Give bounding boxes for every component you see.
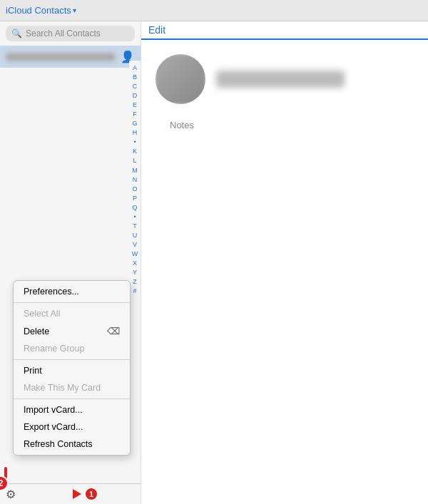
alpha-O[interactable]: O — [132, 185, 137, 194]
contact-name-blurred — [6, 53, 115, 61]
contact-list-item[interactable]: 👤 — [0, 46, 141, 68]
search-icon: 🔍 — [11, 29, 22, 38]
alpha-W[interactable]: W — [132, 250, 138, 259]
menu-item-export-vcard[interactable]: Export vCard... — [14, 418, 130, 436]
alpha-G[interactable]: G — [132, 119, 137, 128]
alpha-T[interactable]: T — [133, 222, 137, 231]
alphabet-index: A B C D E F G H • K L M N O P Q • T U V … — [129, 61, 141, 483]
alpha-H[interactable]: H — [133, 128, 138, 138]
avatar — [156, 54, 205, 104]
alpha-D[interactable]: D — [133, 91, 138, 101]
alpha-X[interactable]: X — [133, 259, 137, 268]
main-layout: 🔍 Search All Contacts 👤 A B C D E F G H … — [0, 21, 428, 504]
alpha-A[interactable]: A — [133, 63, 137, 73]
delete-icon: ⌫ — [107, 326, 120, 336]
gear-icon[interactable]: ⚙ — [6, 488, 16, 501]
alpha-L[interactable]: L — [133, 156, 136, 165]
search-input[interactable]: Search All Contacts — [26, 29, 129, 38]
alpha-B[interactable]: B — [133, 73, 137, 82]
alpha-Q[interactable]: Q — [132, 203, 137, 212]
alpha-E[interactable]: E — [133, 101, 137, 110]
right-panel: Edit Notes — [141, 21, 428, 504]
edit-button[interactable]: Edit — [148, 24, 165, 36]
contact-detail-area: Notes — [141, 40, 428, 145]
icloud-label[interactable]: iCloud — [6, 5, 32, 16]
contacts-label[interactable]: Contacts — [32, 5, 71, 16]
avatar-image — [156, 54, 205, 104]
arrow-right-icon — [73, 489, 81, 499]
menu-item-refresh[interactable]: Refresh Contacts — [14, 436, 130, 453]
menu-item-rename-group: Rename Group — [14, 340, 130, 357]
context-menu-border: 2 Preferences... Select All Delete ⌫ Ren… — [4, 467, 7, 483]
menu-item-print[interactable]: Print — [14, 362, 130, 379]
app-header: iCloud Contacts ▾ — [0, 0, 428, 21]
alpha-dot1: • — [133, 138, 136, 147]
sidebar: 🔍 Search All Contacts 👤 A B C D E F G H … — [0, 21, 141, 504]
alpha-F[interactable]: F — [133, 110, 137, 119]
alpha-hash[interactable]: # — [133, 287, 136, 296]
alpha-U[interactable]: U — [133, 231, 138, 240]
contact-row — [156, 54, 345, 104]
notes-section: Notes — [156, 118, 194, 131]
alpha-C[interactable]: C — [133, 82, 138, 91]
alpha-K[interactable]: K — [133, 147, 137, 156]
menu-item-select-all: Select All — [14, 305, 130, 322]
chevron-down-icon[interactable]: ▾ — [73, 6, 76, 14]
alpha-N[interactable]: N — [133, 175, 138, 185]
context-menu: Preferences... Select All Delete ⌫ Renam… — [13, 280, 131, 456]
menu-item-preferences[interactable]: Preferences... — [14, 283, 130, 300]
search-bar[interactable]: 🔍 Search All Contacts — [6, 26, 135, 41]
contact-name — [216, 71, 345, 88]
alpha-Y[interactable]: Y — [133, 268, 137, 277]
menu-item-delete[interactable]: Delete ⌫ — [14, 322, 130, 340]
menu-separator-2 — [14, 359, 130, 360]
notes-label: Notes — [170, 120, 194, 130]
alpha-dot2: • — [133, 212, 136, 222]
badge-1: 1 — [84, 487, 98, 501]
menu-item-import-vcard[interactable]: Import vCard... — [14, 401, 130, 418]
alpha-M[interactable]: M — [132, 166, 138, 175]
right-panel-header: Edit — [141, 21, 428, 40]
menu-separator-3 — [14, 398, 130, 399]
alpha-P[interactable]: P — [133, 194, 137, 203]
menu-item-make-my-card: Make This My Card — [14, 379, 130, 396]
alpha-Z[interactable]: Z — [133, 277, 137, 287]
sidebar-bottom-bar: ⚙ 1 — [0, 483, 141, 504]
menu-separator-1 — [14, 302, 130, 303]
alpha-V[interactable]: V — [133, 240, 137, 250]
